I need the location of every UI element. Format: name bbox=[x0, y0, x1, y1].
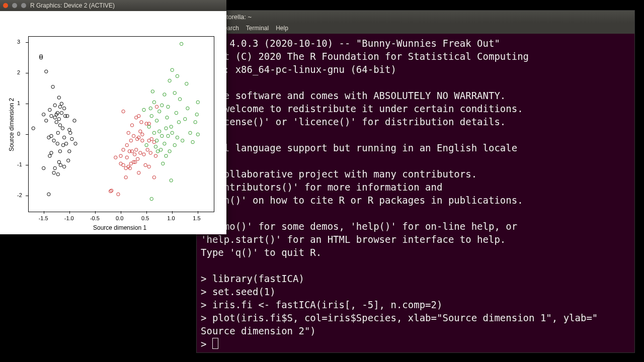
data-point bbox=[62, 165, 65, 168]
data-point bbox=[162, 162, 165, 165]
data-point bbox=[137, 171, 140, 174]
x-tick bbox=[172, 211, 173, 214]
data-point bbox=[48, 108, 51, 111]
data-point bbox=[142, 108, 145, 111]
data-point bbox=[152, 131, 155, 134]
data-point bbox=[69, 131, 72, 134]
data-point bbox=[133, 153, 136, 156]
data-point bbox=[175, 111, 178, 114]
y-tick bbox=[26, 134, 28, 135]
data-point bbox=[154, 154, 157, 157]
x-tick bbox=[44, 211, 44, 214]
data-point bbox=[53, 104, 56, 107]
data-point bbox=[58, 124, 61, 127]
data-point bbox=[124, 176, 127, 179]
data-point bbox=[155, 139, 158, 142]
data-point bbox=[62, 136, 65, 139]
y-tick bbox=[26, 104, 28, 104]
data-point bbox=[163, 142, 166, 145]
data-point bbox=[150, 197, 153, 200]
data-point bbox=[167, 105, 170, 108]
data-point bbox=[129, 139, 132, 142]
data-point bbox=[57, 118, 60, 121]
data-point bbox=[47, 193, 50, 196]
data-point bbox=[194, 121, 197, 124]
data-point bbox=[137, 115, 140, 118]
y-tick-label: 2 bbox=[17, 69, 20, 75]
data-point bbox=[139, 151, 142, 154]
data-point bbox=[62, 107, 65, 110]
data-point bbox=[152, 176, 155, 179]
terminal-menubar[interactable]: View Search Terminal Help bbox=[197, 23, 634, 34]
close-icon[interactable] bbox=[3, 3, 8, 8]
data-point bbox=[155, 119, 158, 122]
x-tick bbox=[95, 211, 96, 214]
maximize-icon[interactable] bbox=[21, 3, 26, 8]
y-tick bbox=[26, 73, 28, 73]
data-point bbox=[52, 139, 55, 142]
data-point bbox=[145, 144, 148, 147]
data-point bbox=[66, 115, 69, 118]
data-point bbox=[170, 125, 173, 128]
y-tick-label: 1 bbox=[17, 100, 20, 106]
data-point bbox=[52, 171, 55, 174]
y-tick bbox=[26, 42, 28, 43]
data-point bbox=[195, 113, 198, 116]
data-point bbox=[173, 92, 176, 95]
minimize-icon[interactable] bbox=[12, 3, 17, 8]
x-tick bbox=[69, 211, 70, 214]
x-tick-label: -0.5 bbox=[90, 215, 100, 221]
data-point bbox=[122, 148, 125, 151]
data-point bbox=[42, 166, 45, 169]
data-point bbox=[56, 131, 59, 134]
menu-terminal[interactable]: Terminal bbox=[246, 25, 269, 32]
plot-area: Source dimension 1 Source dimension 2 -1… bbox=[0, 11, 226, 234]
data-point bbox=[55, 121, 58, 124]
data-point bbox=[57, 160, 60, 163]
data-point bbox=[160, 104, 164, 107]
r-graphics-titlebar[interactable]: R Graphics: Device 2 (ACTIVE) bbox=[0, 0, 226, 11]
data-point bbox=[70, 137, 73, 140]
data-point bbox=[186, 107, 189, 110]
data-point bbox=[185, 82, 188, 85]
data-point bbox=[160, 134, 164, 137]
data-point bbox=[45, 70, 48, 73]
data-point bbox=[165, 127, 168, 130]
data-point bbox=[156, 150, 159, 153]
data-point bbox=[60, 102, 63, 105]
data-point bbox=[53, 116, 56, 119]
data-point bbox=[73, 119, 76, 122]
data-point bbox=[67, 159, 70, 162]
data-point bbox=[142, 153, 145, 156]
data-point bbox=[50, 134, 53, 137]
data-point bbox=[122, 110, 125, 113]
data-point bbox=[59, 163, 62, 166]
data-point bbox=[184, 118, 187, 121]
data-point bbox=[74, 142, 77, 145]
data-point bbox=[167, 134, 170, 137]
y-tick-label: 3 bbox=[17, 39, 20, 45]
x-tick-label: 1.0 bbox=[167, 215, 175, 221]
data-point bbox=[150, 115, 153, 118]
data-point bbox=[61, 127, 64, 130]
data-point bbox=[139, 130, 142, 133]
data-point bbox=[166, 116, 169, 119]
data-point bbox=[53, 166, 56, 169]
terminal-body[interactable]: sion 4.0.3 (2020-10-10) -- "Bunny-Wunnie… bbox=[197, 34, 634, 353]
data-point bbox=[168, 150, 171, 153]
data-point bbox=[196, 101, 199, 104]
y-tick-label: 0 bbox=[17, 131, 20, 137]
menu-help[interactable]: Help bbox=[276, 25, 288, 32]
x-tick bbox=[146, 211, 147, 214]
x-tick-label: 0.0 bbox=[116, 215, 123, 221]
data-point bbox=[135, 148, 138, 151]
data-point bbox=[56, 173, 59, 176]
data-point bbox=[127, 131, 130, 134]
data-point bbox=[147, 165, 150, 168]
terminal-titlebar[interactable]: lexey@littorella: ~ bbox=[197, 11, 634, 23]
data-point bbox=[68, 128, 71, 131]
terminal-window: lexey@littorella: ~ View Search Terminal… bbox=[196, 10, 635, 353]
data-point bbox=[57, 96, 60, 99]
data-point bbox=[155, 105, 158, 108]
data-point bbox=[58, 150, 61, 153]
